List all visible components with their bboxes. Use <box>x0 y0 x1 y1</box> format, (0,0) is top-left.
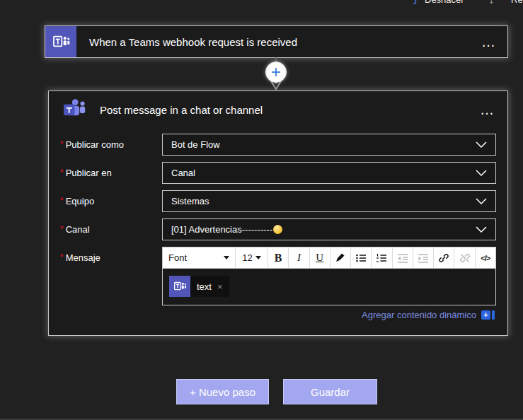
publicar-como-dropdown[interactable]: Bot de Flow <box>162 134 496 156</box>
trigger-title: When a Teams webhook request is received <box>89 36 481 48</box>
numbered-list-icon <box>376 253 387 263</box>
field-label: *Canal <box>60 224 90 235</box>
teams-icon <box>169 276 190 297</box>
canal-dropdown[interactable]: [01] Advertencias---------- <box>162 218 496 240</box>
field-label: *Equipo <box>60 196 94 206</box>
dynamic-token-text[interactable]: text × <box>169 276 229 297</box>
pen-icon <box>335 252 345 263</box>
numbered-list-button[interactable] <box>371 247 391 268</box>
message-input[interactable]: text × <box>162 269 496 305</box>
trigger-card[interactable]: When a Teams webhook request is received… <box>45 25 508 58</box>
indent-icon <box>418 253 429 263</box>
chevron-down-icon <box>476 226 487 233</box>
undo-icon[interactable]: ⤴ <box>413 0 418 6</box>
required-marker: * <box>60 224 64 234</box>
font-size-dropdown[interactable]: 12 <box>235 247 268 268</box>
field-label: *Publicar en <box>60 168 112 178</box>
plus-icon <box>270 66 282 78</box>
save-button[interactable]: Guardar <box>283 379 377 404</box>
italic-button[interactable]: I <box>288 247 309 268</box>
new-step-button[interactable]: + Nuevo paso <box>176 379 269 404</box>
equipo-dropdown[interactable]: Sistemas <box>162 190 496 212</box>
bold-button[interactable]: B <box>268 247 288 268</box>
flow-designer-canvas: ⤴ Deshacer ⤵ Re When a Teams webhook req… <box>0 0 523 420</box>
link-icon <box>438 252 449 264</box>
field-row-publicar-como: *Publicar como Bot de Flow <box>49 134 507 156</box>
field-label: *Publicar como <box>60 139 124 150</box>
action-card-header[interactable]: Post message in a chat or channel … <box>49 91 507 128</box>
field-row-canal: *Canal [01] Advertencias---------- <box>49 218 507 240</box>
chevron-down-icon <box>476 198 487 204</box>
token-label: text <box>197 281 212 292</box>
formatting-toolbar: Font 12 B I U <box>162 247 496 269</box>
required-marker: * <box>60 139 64 149</box>
teams-icon <box>60 97 87 122</box>
dynamic-content-icon: + <box>481 310 495 320</box>
dropdown-arrow-icon <box>224 256 229 259</box>
outdent-icon <box>397 253 408 263</box>
outdent-button[interactable] <box>392 247 413 268</box>
insert-step-button[interactable] <box>265 62 287 83</box>
font-family-dropdown[interactable]: Font <box>163 247 235 268</box>
field-row-publicar-en: *Publicar en Canal <box>49 162 507 184</box>
highlight-pen-button[interactable] <box>330 247 350 268</box>
chevron-down-icon <box>476 170 487 176</box>
required-marker: * <box>60 196 64 206</box>
underline-button[interactable]: U <box>309 247 330 268</box>
dropdown-arrow-icon <box>255 256 261 259</box>
code-view-button[interactable]: </> <box>475 247 495 268</box>
required-marker: * <box>60 168 64 177</box>
unlink-icon <box>459 252 471 264</box>
field-label: *Mensaje <box>60 252 100 263</box>
bullet-list-button[interactable] <box>350 247 371 268</box>
teams-icon <box>45 26 76 57</box>
link-button[interactable] <box>433 247 454 268</box>
trigger-menu-button[interactable]: … <box>481 38 498 45</box>
action-title: Post message in a chat or channel <box>100 104 480 116</box>
redo-button[interactable]: Re <box>511 0 523 5</box>
unlink-button[interactable] <box>454 247 474 268</box>
publicar-en-dropdown[interactable]: Canal <box>162 162 496 184</box>
add-dynamic-content-link[interactable]: Agregar contenido dinámico + <box>362 310 495 320</box>
action-card: Post message in a chat or channel … *Pub… <box>48 91 508 336</box>
required-marker: * <box>60 252 64 262</box>
indent-button[interactable] <box>413 247 433 268</box>
token-close-icon[interactable]: × <box>217 281 223 292</box>
undo-button[interactable]: Deshacer <box>425 0 464 5</box>
chevron-down-icon <box>476 141 487 148</box>
message-editor: Font 12 B I U <box>162 247 496 305</box>
field-row-equipo: *Equipo Sistemas <box>49 190 507 212</box>
yellow-circle-icon <box>273 225 282 234</box>
action-menu-button[interactable]: … <box>480 106 496 113</box>
bullet-list-icon <box>355 253 367 263</box>
redo-icon[interactable]: ⤵ <box>488 0 493 6</box>
